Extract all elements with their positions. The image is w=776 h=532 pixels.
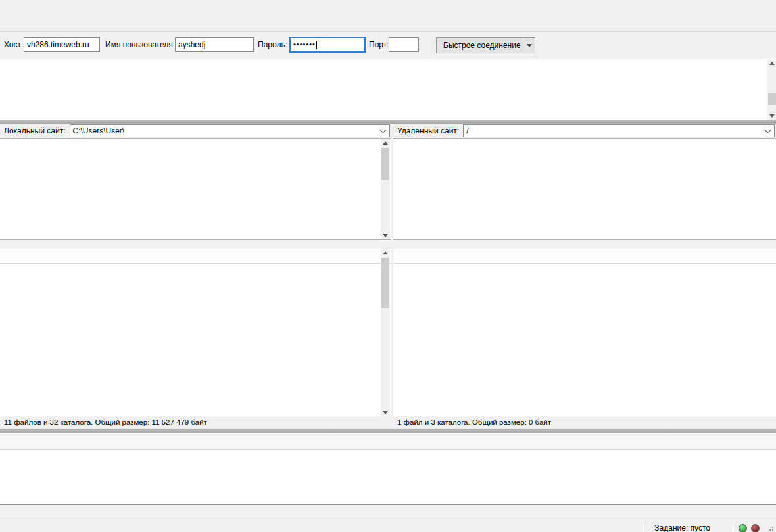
chevron-down-icon [380, 126, 387, 133]
toolbar [0, 12, 776, 32]
local-list-header [0, 249, 391, 264]
log-scrollbar[interactable] [767, 59, 776, 120]
local-tree-scrollbar[interactable] [381, 139, 390, 240]
remote-file-list [393, 249, 776, 416]
scroll-down-button[interactable] [767, 112, 776, 120]
chevron-down-icon [765, 126, 771, 133]
queue-status-text: Задание: пусто [654, 523, 710, 532]
local-list-scrollbar[interactable] [381, 249, 390, 417]
port-field[interactable] [389, 37, 419, 52]
local-path-combo[interactable]: C:\Users\User\ [70, 124, 391, 137]
scrollbar-thumb[interactable] [768, 93, 776, 105]
password-label: Пароль: [258, 40, 287, 49]
username-field[interactable]: ayshedj [175, 37, 254, 52]
port-label: Порт: [369, 40, 389, 49]
statusbar-separator [643, 522, 644, 532]
local-status-text: 11 файлов и 32 каталога. Общий размер: 1… [0, 416, 391, 429]
connection-error-led [751, 524, 760, 532]
host-field[interactable]: vh286.timeweb.ru [24, 37, 100, 52]
remote-site-label: Удаленный сайт: [393, 126, 463, 135]
remote-panel: Удаленный сайт: / 1 файл и 3 каталога. О… [393, 124, 776, 429]
remote-tree [393, 139, 776, 240]
triangle-up-icon [769, 62, 775, 65]
resize-grip-icon[interactable] [765, 525, 775, 532]
triangle-up-icon [383, 251, 388, 254]
status-bar: Задание: пусто [0, 520, 776, 532]
remote-status-text: 1 файл и 3 каталога. Общий размер: 0 бай… [393, 416, 776, 429]
quickconnect-dropdown-button[interactable] [523, 37, 535, 53]
local-file-list [0, 249, 391, 416]
scroll-down-button[interactable] [381, 231, 390, 240]
remote-list-header [393, 249, 776, 264]
queue-tabs [0, 505, 776, 520]
scroll-up-button[interactable] [767, 59, 776, 68]
scroll-up-button[interactable] [381, 139, 390, 147]
quickconnect-bar: Хост: vh286.timeweb.ru Имя пользователя:… [0, 32, 776, 59]
statusbar-separator [733, 522, 734, 532]
remote-path-bar: Удаленный сайт: / [393, 124, 776, 139]
message-log [0, 59, 776, 120]
quickconnect-button[interactable]: Быстрое соединение [436, 37, 528, 53]
local-panel: Локальный сайт: C:\Users\User\ [0, 124, 391, 429]
remote-splitter[interactable] [393, 240, 776, 249]
local-splitter[interactable] [0, 240, 391, 249]
remote-list-body [393, 264, 776, 416]
remote-path-combo[interactable]: / [463, 124, 775, 137]
filezilla-window: Хост: vh286.timeweb.ru Имя пользователя:… [0, 0, 776, 532]
local-list-body [0, 264, 391, 416]
triangle-down-icon [383, 411, 388, 414]
local-tree [0, 139, 391, 240]
password-field[interactable]: ••••••• [289, 37, 366, 53]
triangle-up-icon [383, 141, 388, 145]
connection-ok-led [739, 524, 747, 532]
triangle-down-icon [383, 234, 388, 237]
scrollbar-thumb[interactable] [381, 258, 389, 308]
local-path-bar: Локальный сайт: C:\Users\User\ [0, 124, 391, 139]
host-label: Хост: [4, 40, 23, 49]
local-site-label: Локальный сайт: [0, 126, 70, 135]
text-caret [316, 41, 317, 49]
queue-body [0, 450, 776, 505]
queue-header [0, 433, 776, 450]
username-label: Имя пользователя: [105, 40, 175, 49]
scrollbar-thumb[interactable] [381, 148, 389, 180]
menu-bar [0, 0, 776, 12]
scroll-up-button[interactable] [381, 249, 390, 257]
chevron-down-icon [527, 44, 532, 47]
triangle-down-icon [769, 114, 775, 118]
scroll-down-button[interactable] [381, 408, 390, 417]
